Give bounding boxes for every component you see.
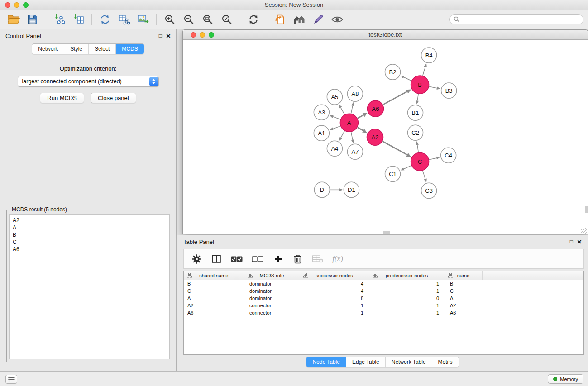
- float-table-panel-icon[interactable]: □: [570, 239, 573, 244]
- mcds-result-item[interactable]: A6: [13, 246, 166, 253]
- close-window-button[interactable]: [5, 2, 10, 8]
- import-table-button[interactable]: [69, 12, 87, 27]
- graph-edge-A-A2[interactable]: [358, 127, 363, 130]
- graph-edge-A-A1[interactable]: [333, 126, 340, 129]
- graph-edge-C-C1[interactable]: [404, 166, 411, 169]
- home-button[interactable]: [290, 12, 308, 27]
- optimization-dropdown[interactable]: largest connected component (directed): [18, 76, 159, 87]
- run-mcds-button[interactable]: Run MCDS: [40, 93, 84, 103]
- tab-mcds[interactable]: MCDS: [116, 44, 143, 54]
- delete-table-button[interactable]: [312, 253, 323, 265]
- search-input[interactable]: [462, 16, 579, 23]
- delete-column-button[interactable]: [292, 253, 303, 265]
- network-canvas[interactable]: B4B2BB3A5A8A6B1A3AC2A1A2A4A7C4CC1C3DD1: [183, 40, 588, 234]
- checked-boxes-icon: [231, 256, 243, 262]
- save-session-button[interactable]: [24, 12, 42, 27]
- table-row[interactable]: A2connector11A2: [184, 302, 583, 309]
- style-pen-icon: [313, 14, 324, 25]
- graph-edge-B-B3[interactable]: [429, 86, 437, 88]
- tab-style[interactable]: Style: [64, 44, 89, 54]
- memory-status-icon: [553, 377, 557, 381]
- memory-button[interactable]: Memory: [548, 374, 583, 384]
- graph-node-label: A4: [331, 145, 338, 152]
- zoom-selected-icon: [221, 14, 232, 25]
- mcds-result-item[interactable]: B: [13, 231, 166, 238]
- tab-network-table[interactable]: Network Table: [386, 357, 432, 367]
- minimize-network-window-button[interactable]: [200, 32, 205, 38]
- graph-edge-B-B4[interactable]: [423, 67, 425, 76]
- table-settings-button[interactable]: [191, 253, 202, 265]
- graph-edge-arrowhead: [436, 86, 440, 90]
- network-window: testGlobe.txt B4B2BB3A5A8A6B1A3AC2A1A2A4…: [182, 29, 588, 234]
- tab-node-table[interactable]: Node Table: [306, 357, 346, 367]
- graph-edge-A-A7[interactable]: [351, 132, 353, 140]
- graph-edge-A2-C[interactable]: [382, 141, 407, 155]
- unchecked-boxes-icon: [252, 256, 263, 262]
- open-session-button[interactable]: [5, 12, 23, 27]
- tab-motifs[interactable]: Motifs: [432, 357, 459, 367]
- create-column-button[interactable]: [272, 253, 283, 265]
- zoom-network-window-button[interactable]: [209, 32, 214, 38]
- clone-network-button[interactable]: [96, 12, 114, 27]
- zoom-selected-button[interactable]: [218, 12, 236, 27]
- table-row[interactable]: Adominator80A: [184, 295, 583, 302]
- function-builder-button[interactable]: f(x): [332, 253, 343, 265]
- float-panel-icon[interactable]: □: [159, 33, 162, 38]
- tab-network[interactable]: Network: [32, 44, 64, 54]
- graph-edge-C-C4[interactable]: [429, 158, 436, 160]
- export-image-button[interactable]: [134, 12, 152, 27]
- graph-edge-B-B2[interactable]: [404, 77, 411, 81]
- table-row[interactable]: A6connector11A6: [184, 309, 583, 316]
- column-header-MCDS-role[interactable]: MCDS role: [244, 271, 300, 280]
- graph-edge-A-A6[interactable]: [358, 115, 363, 118]
- column-header-predecessor-nodes[interactable]: predecessor nodes: [369, 271, 445, 280]
- control-panel-title: Control Panel: [5, 33, 41, 39]
- select-all-columns-button[interactable]: [231, 253, 243, 265]
- table-row[interactable]: Bdominator41B: [184, 280, 583, 287]
- zoom-out-button[interactable]: [180, 12, 198, 27]
- network-table-button[interactable]: [115, 12, 133, 27]
- graph-edge-A-A3[interactable]: [333, 117, 340, 119]
- column-header-name[interactable]: name: [445, 271, 482, 280]
- close-table-panel-icon[interactable]: ×: [577, 238, 582, 246]
- show-columns-button[interactable]: [211, 253, 222, 265]
- refresh-layout-button[interactable]: [244, 12, 263, 27]
- graph-edge-arrowhead: [424, 179, 426, 183]
- show-hide-button[interactable]: [328, 12, 346, 27]
- tab-select[interactable]: Select: [89, 44, 116, 54]
- column-header-filler: [482, 271, 583, 280]
- style-pen-button[interactable]: [309, 12, 327, 27]
- mcds-result-item[interactable]: C: [13, 238, 166, 246]
- resize-grip[interactable]: [581, 228, 587, 234]
- zoom-in-button[interactable]: [161, 12, 179, 27]
- zoom-fit-button[interactable]: [199, 12, 217, 27]
- import-network-button[interactable]: [50, 12, 68, 27]
- close-panel-button[interactable]: Close panel: [91, 93, 136, 103]
- tab-edge-table[interactable]: Edge Table: [346, 357, 386, 367]
- table-panel-header: Table Panel □ ×: [177, 235, 588, 248]
- column-header-successor-nodes[interactable]: successor nodes: [300, 271, 369, 280]
- graph-edge-C-C3[interactable]: [423, 171, 425, 179]
- manual-button[interactable]: [271, 12, 289, 27]
- zoom-window-button[interactable]: [23, 2, 29, 8]
- table-row[interactable]: Cdominator41C: [184, 287, 583, 295]
- mcds-result-item[interactable]: A2: [13, 217, 166, 224]
- column-header-shared-name[interactable]: shared name: [184, 271, 244, 280]
- graph-edge-A-A8[interactable]: [351, 106, 353, 114]
- graph-node-label: A2: [372, 134, 379, 141]
- minimize-window-button[interactable]: [14, 2, 19, 8]
- toolbar-separator: [240, 14, 240, 25]
- graph-edge-B-B1[interactable]: [417, 94, 418, 101]
- graph-edge-A6-B[interactable]: [383, 91, 407, 105]
- graph-edge-C-C2[interactable]: [417, 145, 419, 152]
- mcds-result-item[interactable]: A: [13, 224, 166, 231]
- canvas-scroll-mark: [383, 231, 390, 234]
- close-network-window-button[interactable]: [191, 32, 196, 38]
- deselect-all-columns-button[interactable]: [252, 253, 263, 265]
- close-panel-icon[interactable]: ×: [166, 32, 171, 40]
- graph-node-label: B2: [389, 69, 397, 76]
- show-task-history-button[interactable]: [5, 375, 17, 384]
- graph-edge-A-A5[interactable]: [341, 108, 345, 114]
- graph-edge-A-A4[interactable]: [341, 131, 345, 138]
- delete-table-icon: [312, 255, 323, 263]
